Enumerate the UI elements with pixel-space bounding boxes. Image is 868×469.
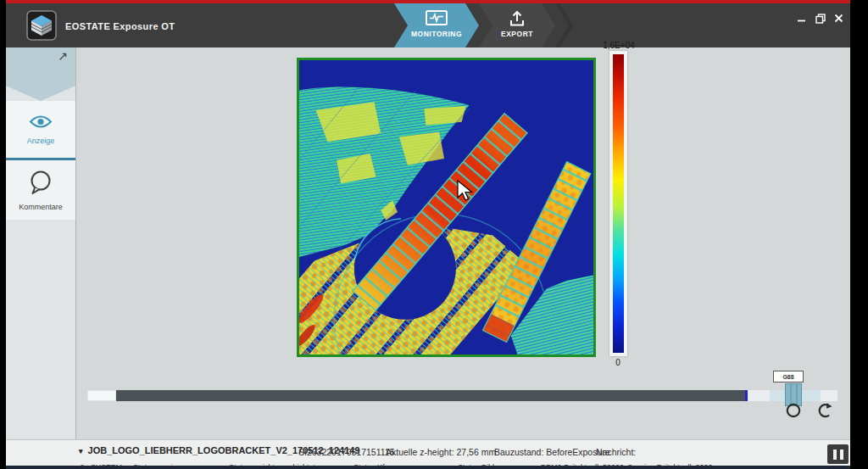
replay-rotate-icon[interactable] <box>820 403 832 416</box>
z-height-value: Aktuelle z-height: 27,56 mm <box>386 447 496 457</box>
tab-export-label: EXPORT <box>501 30 533 38</box>
eye-icon <box>29 114 53 132</box>
record-circle-button[interactable] <box>787 405 799 416</box>
colorbar-max-label: 1,6E+04 <box>585 41 653 50</box>
sidebar-header: ↗ <box>6 47 75 101</box>
colorbar-min-label: 0 <box>597 358 639 367</box>
upload-icon <box>508 8 526 28</box>
colorbar <box>609 51 627 356</box>
sidebar-item-label: Anzeige <box>27 137 55 145</box>
chevron-down-icon[interactable]: ▾ <box>79 447 83 455</box>
build-state: Bauzustand: BeforeExposure <box>494 447 610 457</box>
minimize-button[interactable] <box>795 13 808 24</box>
app-logo-icon <box>26 10 57 41</box>
timeline-track-start[interactable] <box>87 390 116 401</box>
timeline-tooltip: G88 <box>773 371 804 382</box>
tab-monitoring[interactable]: MONITORING <box>394 3 479 47</box>
expand-arrow-icon[interactable]: ↗ <box>58 49 68 63</box>
sidebar-item-kommentare[interactable]: Kommentare <box>6 160 75 220</box>
desktop: EOSTATE Exposure OT MONITORING <box>0 0 868 469</box>
window-bottom-edge <box>6 466 850 469</box>
restore-button[interactable] <box>814 13 826 24</box>
close-button[interactable] <box>832 13 845 24</box>
app-window: EOSTATE Exposure OT MONITORING <box>6 0 850 469</box>
main-viewport: 1,6E+04 0 G88 <box>76 47 850 439</box>
monitor-waveform-icon <box>424 8 449 28</box>
sidebar-item-anzeige[interactable]: Anzeige <box>6 101 75 158</box>
pause-button[interactable] <box>827 444 849 464</box>
serial-number: SI263220170517151115 <box>298 447 394 457</box>
message-label: Nachricht: <box>596 447 636 457</box>
timeline-track-elapsed[interactable] <box>116 390 745 401</box>
tab-monitoring-label: MONITORING <box>411 30 462 38</box>
app-title: EOSTATE Exposure OT <box>65 21 175 31</box>
tab-export[interactable]: EXPORT <box>479 3 555 47</box>
speech-bubble-icon <box>28 170 53 198</box>
sidebar-item-label: Kommentare <box>19 203 63 211</box>
thermal-heatmap-image[interactable] <box>297 58 596 357</box>
timeline-buttons <box>780 401 839 423</box>
mouse-cursor <box>456 180 475 207</box>
status-bar: ▾JOB_LOGO_LIEBHERR_LOGOBRACKET_V2_170512… <box>6 439 850 469</box>
sidebar: ↗ Anzeige Komment <box>6 47 76 439</box>
colorbar-gradient <box>613 54 624 353</box>
tab-separator-chevron <box>555 3 576 47</box>
title-bar: EOSTATE Exposure OT MONITORING <box>6 3 850 47</box>
